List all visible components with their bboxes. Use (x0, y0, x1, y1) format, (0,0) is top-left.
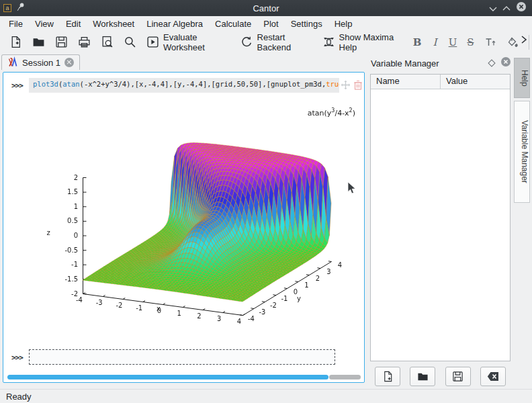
show-maxima-help-button[interactable]: Show Maxima Help (320, 30, 406, 54)
menu-settings[interactable]: Settings (285, 17, 328, 30)
worksheet-tab-bar: Session 1 (0, 53, 366, 70)
column-name[interactable]: Name (371, 75, 441, 89)
restart-label: Restart Backend (257, 32, 312, 52)
save-icon (452, 371, 463, 382)
plot-output: atan(y3/4-x2) (28, 101, 363, 343)
evaluate-worksheet-button[interactable]: Evaluate Worksheet (144, 30, 233, 54)
maxima-help-label: Show Maxima Help (339, 32, 404, 52)
new-worksheet-button[interactable] (7, 34, 25, 50)
print-preview-button[interactable] (98, 34, 116, 50)
dock-title: Variable Manager (371, 58, 439, 69)
maxima-session-icon (7, 57, 18, 68)
new-document-icon (382, 371, 394, 382)
evaluate-label: Evaluate Worksheet (163, 32, 230, 52)
save-icon (55, 36, 68, 48)
menu-view[interactable]: View (29, 17, 60, 30)
tab-session-label: Session 1 (22, 58, 60, 68)
maxima-help-icon (322, 36, 335, 48)
print-preview-icon (101, 36, 114, 48)
evaluate-icon (146, 36, 159, 48)
variable-manager-panel: Variable Manager Name Value (367, 56, 513, 388)
load-variables-button[interactable] (410, 367, 435, 386)
menu-help[interactable]: Help (328, 17, 359, 30)
mouse-cursor (347, 181, 357, 197)
restart-backend-button[interactable]: Restart Backend (238, 30, 315, 54)
save-worksheet-button[interactable] (52, 34, 71, 50)
side-tab-strip: Help Variable Manager (514, 58, 531, 206)
restart-icon (240, 36, 253, 48)
plot-canvas (28, 101, 363, 343)
maximize-icon[interactable] (502, 2, 511, 14)
close-icon[interactable] (516, 1, 527, 15)
text-color-button[interactable] (504, 34, 521, 50)
print-button[interactable] (75, 34, 93, 50)
open-folder-icon (32, 36, 45, 48)
menu-file[interactable]: File (3, 17, 29, 30)
scrollbar-track[interactable] (329, 375, 361, 379)
new-command-entry[interactable] (29, 349, 335, 365)
toolbar-separator (529, 35, 529, 50)
side-tab-help[interactable]: Help (514, 58, 530, 98)
drag-handle-icon[interactable] (341, 80, 351, 93)
bold-button[interactable]: B (410, 36, 423, 48)
tab-session-1[interactable]: Session 1 (1, 54, 80, 70)
menu-calculate[interactable]: Calculate (209, 17, 257, 30)
new-document-icon (9, 36, 22, 48)
worksheet-view: >>> plot3d(atan(-x^2+y^3/4),[x,-4,4],[y,… (3, 72, 365, 383)
variable-manager-actions (370, 366, 511, 386)
paint-bucket-icon (506, 36, 519, 48)
menu-bar: File View Edit Worksheet Linear Algebra … (0, 16, 532, 31)
command-code: plot3d(atan(-x^2+y^3/4),[x,-4,4],[y,-4,4… (33, 80, 339, 88)
column-value[interactable]: Value (441, 75, 468, 89)
printer-icon (78, 36, 91, 48)
dock-close-icon[interactable] (500, 56, 511, 70)
underline-button[interactable]: U (446, 36, 459, 48)
save-variables-button[interactable] (445, 367, 471, 386)
plot-title: atan(y3/4-x2) (308, 107, 355, 118)
strikethrough-button[interactable]: S (464, 36, 477, 48)
scrollbar-thumb[interactable] (7, 375, 328, 379)
status-bar: Ready (0, 389, 532, 403)
float-panel-icon[interactable] (488, 59, 495, 66)
open-worksheet-button[interactable] (30, 34, 48, 50)
entry-prompt: >>> (11, 353, 23, 362)
italic-button[interactable]: I (429, 36, 441, 48)
tab-close-icon[interactable] (64, 58, 74, 67)
find-button[interactable] (121, 34, 139, 50)
menu-linear-algebra[interactable]: Linear Algebra (140, 17, 209, 30)
menu-worksheet[interactable]: Worksheet (87, 17, 140, 30)
menu-plot[interactable]: Plot (257, 17, 284, 30)
font-size-icon (484, 36, 496, 48)
new-variable-button[interactable] (375, 367, 400, 386)
remove-entry-icon[interactable] (353, 80, 363, 93)
dock-header: Variable Manager (367, 56, 513, 70)
search-icon (124, 36, 136, 48)
toolbar-overflow-button[interactable] (520, 35, 528, 47)
horizontal-scrollbar (7, 375, 361, 379)
font-size-button[interactable] (482, 34, 499, 50)
command-entry[interactable]: plot3d(atan(-x^2+y^3/4),[x,-4,4],[y,-4,4… (29, 78, 339, 93)
variables-table-header: Name Value (371, 75, 510, 89)
command-prompt: >>> (11, 81, 23, 90)
window-title: Cantor (0, 3, 532, 13)
variables-table[interactable]: Name Value (370, 74, 511, 361)
clear-variables-button[interactable] (480, 367, 506, 386)
open-folder-icon (417, 371, 429, 382)
side-tab-variable-manager[interactable]: Variable Manager (514, 101, 530, 203)
clear-backspace-icon (487, 371, 499, 382)
minimize-icon[interactable] (489, 2, 497, 14)
status-text: Ready (6, 392, 32, 402)
title-bar: a Cantor (0, 0, 532, 16)
toolbar: Evaluate Worksheet Restart Backend Show … (0, 31, 532, 53)
menu-edit[interactable]: Edit (60, 17, 87, 30)
